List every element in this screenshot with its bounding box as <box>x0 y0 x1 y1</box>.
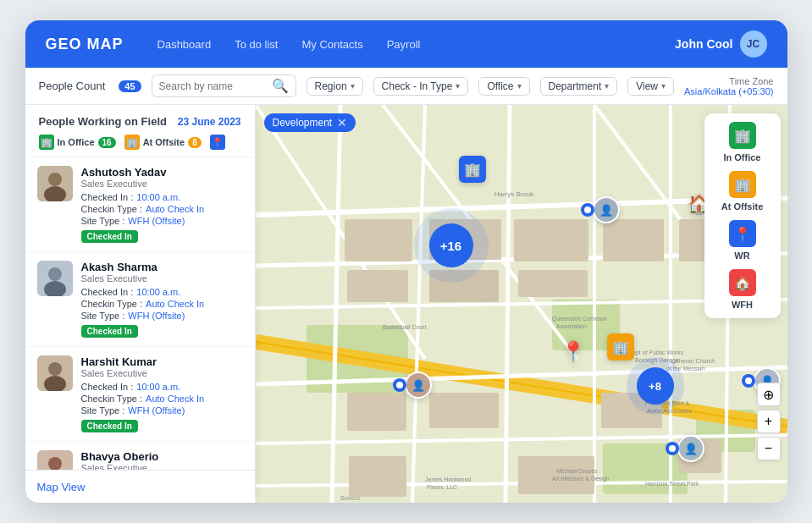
legend-office-label: In Office <box>723 152 760 162</box>
emp-name-2: Akash Sharma <box>81 261 243 273</box>
svg-text:Harrison Street Park: Harrison Street Park <box>645 481 699 487</box>
timezone-value: Asia/Kolkata (+05:30) <box>684 86 773 96</box>
app-title: GEO MAP <box>46 36 124 53</box>
employee-item[interactable]: Akash Sharma Sales Executive Checked In … <box>25 252 255 347</box>
legend-wfh-label: WFH <box>732 300 753 310</box>
avatar-pin-1: 👤 <box>586 196 620 223</box>
filter-department[interactable]: Department▾ <box>540 77 618 96</box>
filter-checkin-type[interactable]: Check - In Type▾ <box>373 77 469 96</box>
svg-text:Michael Graves: Michael Graves <box>556 468 598 474</box>
checked-in-badge-1: Checked In <box>81 230 138 243</box>
map-pin-cluster-small[interactable]: +8 <box>637 367 674 405</box>
nav-payroll[interactable]: Payroll <box>387 38 421 51</box>
emp-checkin-3: 10:00 a.m. <box>136 382 180 392</box>
checked-in-badge-2: Checked In <box>81 325 138 338</box>
cluster-small: +8 <box>637 367 674 405</box>
in-office-icon: 🏢 <box>39 135 54 150</box>
avatar: JC <box>740 30 767 58</box>
legend-offsite-label: At Offsite <box>721 201 764 212</box>
offsite-icon: 🏢 <box>124 135 140 150</box>
filter-region[interactable]: Region▾ <box>307 77 363 96</box>
svg-rect-39 <box>518 270 588 297</box>
red-location-icon: 📍 <box>561 340 586 363</box>
nav-links: Dashboard To do list My Contacts Payroll <box>157 38 676 51</box>
in-office-label: In Office <box>58 137 95 147</box>
yellow-building-pin: 🏢 <box>607 333 634 361</box>
filter-view[interactable]: View▾ <box>627 77 674 96</box>
legend-wfh-icon: 🏠 <box>729 269 756 296</box>
emp-avatar-4 <box>37 450 73 470</box>
legend-offsite-icon: 🏢 <box>729 171 756 198</box>
search-input[interactable] <box>159 80 267 92</box>
user-name: John Cool <box>675 37 732 51</box>
map-view-link[interactable]: Map View <box>37 481 86 493</box>
employee-item[interactable]: Ashutosh Yadav Sales Executive Checked I… <box>25 157 255 252</box>
map-pin-yellow-building[interactable]: 🏢 <box>607 333 634 361</box>
legend-wr-icon: 📍 <box>729 220 756 247</box>
status-tabs: 🏢 In Office 16 🏢 At Offsite 8 📍 <box>39 135 241 150</box>
cluster-large: +16 <box>429 223 473 267</box>
status-in-office[interactable]: 🏢 In Office 16 <box>39 135 116 150</box>
map-pin-avatar-1[interactable]: 👤 <box>586 196 620 223</box>
employee-item[interactable]: Harshit Kumar Sales Executive Checked In… <box>25 347 255 442</box>
avatar-pin-5: 👤 <box>671 435 704 462</box>
avatar-circle-5: 👤 <box>677 435 704 462</box>
map-pin-cluster-large[interactable]: +16 <box>429 223 473 267</box>
avatar-circle-1: 👤 <box>593 196 620 223</box>
svg-rect-36 <box>514 219 588 262</box>
status-other[interactable]: 📍 <box>210 135 225 150</box>
filter-office[interactable]: Office▾ <box>478 77 529 96</box>
status-at-offsite[interactable]: 🏢 At Offsite 8 <box>124 135 202 150</box>
map-zoom-in-button[interactable]: + <box>757 410 781 433</box>
emp-type-1: Auto Check In <box>146 204 204 214</box>
svg-point-4 <box>48 267 62 281</box>
search-wrap[interactable]: 🔍 <box>152 74 296 97</box>
timezone-label: Time Zone <box>684 76 773 86</box>
map-pin-red[interactable]: 📍 <box>561 342 586 362</box>
emp-avatar-3 <box>37 355 73 391</box>
emp-info-1: Ashutosh Yadav Sales Executive Checked I… <box>81 166 243 243</box>
nav-dashboard[interactable]: Dashboard <box>157 38 212 51</box>
topnav: GEO MAP Dashboard To do list My Contacts… <box>25 20 787 68</box>
avatar-circle-3: 👤 <box>405 372 432 399</box>
search-icon[interactable]: 🔍 <box>272 78 289 94</box>
nav-todo[interactable]: To do list <box>235 38 278 51</box>
avatar-pin-3: 👤 <box>398 372 432 399</box>
map-recenter-button[interactable]: ⊕ <box>757 383 781 406</box>
map-zoom-out-button[interactable]: − <box>757 437 781 460</box>
legend-wr: 📍 WR <box>716 220 769 261</box>
filter-bar: People Count 45 🔍 Region▾ Check - In Typ… <box>25 68 787 105</box>
emp-site-3: WFH (Offsite) <box>128 405 185 416</box>
legend-wfh: 🏠 WFH <box>716 269 769 310</box>
emp-name-3: Harshit Kumar <box>81 355 243 368</box>
employee-list: Ashutosh Yadav Sales Executive Checked I… <box>25 157 255 470</box>
main-content: People Working on Field 23 June 2023 🏢 I… <box>25 105 787 503</box>
svg-rect-37 <box>347 270 408 302</box>
emp-info-3: Harshit Kumar Sales Executive Checked In… <box>81 355 243 432</box>
map-pin-avatar-3[interactable]: 👤 <box>398 372 432 399</box>
emp-type-2: Auto Check In <box>146 299 204 309</box>
legend-wr-label: WR <box>734 250 749 261</box>
emp-checkin-2: 10:00 a.m. <box>136 287 180 297</box>
app-container: GEO MAP Dashboard To do list My Contacts… <box>25 20 787 503</box>
legend-at-offsite: 🏢 At Offsite <box>716 171 769 212</box>
nav-contacts[interactable]: My Contacts <box>301 38 362 51</box>
emp-checkin-1: 10:00 a.m. <box>136 192 180 202</box>
emp-avatar-1 <box>37 166 73 201</box>
svg-text:Ankle Associates: Ankle Associates <box>647 408 692 414</box>
svg-text:Queenston Common: Queenston Common <box>552 316 607 322</box>
checked-in-badge-3: Checked In <box>81 420 138 432</box>
offsite-count: 8 <box>188 137 202 148</box>
dev-tag-close[interactable]: ✕ <box>337 116 347 129</box>
offsite-label: At Offsite <box>143 137 185 147</box>
emp-site-1: WFH (Offsite) <box>128 216 185 226</box>
map-pin-avatar-5[interactable]: 👤 <box>671 435 704 462</box>
svg-rect-47 <box>349 456 406 497</box>
emp-site-2: WFH (Offsite) <box>128 311 185 321</box>
emp-type-3: Auto Check In <box>146 394 204 404</box>
map-pin-building-top[interactable]: 🏢 <box>459 156 486 183</box>
employee-item[interactable]: Bhavya Oberio Sales Executive Checked In… <box>25 442 255 470</box>
svg-rect-40 <box>603 219 664 262</box>
svg-text:Association: Association <box>556 323 587 329</box>
svg-point-7 <box>48 362 62 376</box>
